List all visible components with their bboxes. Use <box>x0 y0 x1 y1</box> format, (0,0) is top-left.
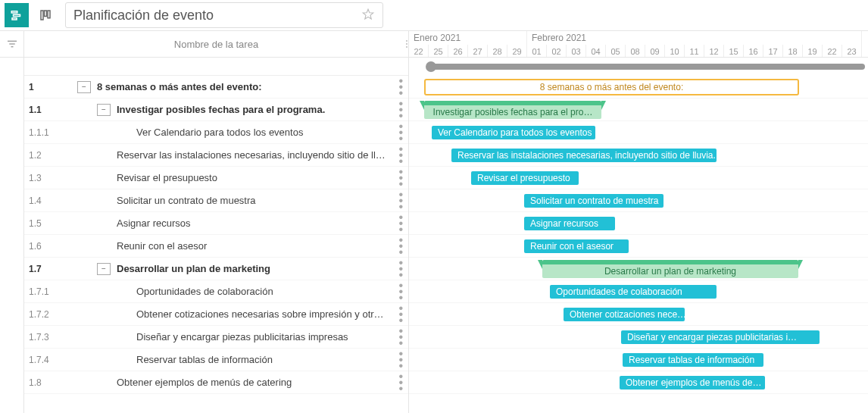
day-header[interactable]: 12 <box>704 45 724 57</box>
favorite-star-icon[interactable] <box>361 8 375 23</box>
task-row[interactable]: 1.7.4Reservar tablas de información••• <box>24 349 408 371</box>
task-bar[interactable]: Ver Calendario para todos los eventos <box>432 126 595 139</box>
task-row[interactable]: 1.2Reservar las instalaciones necesarias… <box>24 144 408 167</box>
day-header[interactable]: 28 <box>488 45 507 57</box>
gantt-row[interactable]: Reservar las instalaciones necesarias, i… <box>409 144 868 167</box>
day-header[interactable]: 03 <box>567 45 586 57</box>
day-header[interactable]: 11 <box>685 45 704 57</box>
day-header[interactable]: 22 <box>409 45 429 57</box>
group-outline-bar[interactable]: 8 semanas o más antes del evento: <box>424 79 799 95</box>
gantt-chart[interactable]: 8 semanas o más antes del evento:Investi… <box>409 58 868 413</box>
filter-button[interactable] <box>0 31 24 57</box>
day-header[interactable]: 02 <box>547 45 567 57</box>
timeline-scrollbar[interactable] <box>409 58 868 76</box>
task-actions-menu[interactable]: ••• <box>398 305 402 324</box>
month-header: Febrero 2021 <box>527 31 862 45</box>
task-wbs: 1.8 <box>24 377 77 388</box>
task-actions-menu[interactable]: ••• <box>398 101 402 119</box>
task-row[interactable]: 1.8Obtener ejemplos de menús de catering… <box>24 371 408 394</box>
summary-bar[interactable]: Desarrollar un plan de marketing <box>542 260 798 278</box>
day-header[interactable]: 22 <box>823 45 842 57</box>
task-bar[interactable]: Reunir con el asesor <box>524 239 629 253</box>
timeline-header[interactable]: Enero 2021Febrero 2021 22252627282901020… <box>409 31 868 57</box>
task-actions-menu[interactable]: ••• <box>398 260 402 278</box>
task-bar[interactable]: Obtener ejemplos de menús de… <box>620 376 765 390</box>
task-name-label: Revisar el presupuesto <box>117 172 408 183</box>
task-wbs: 1.7 <box>24 264 77 274</box>
task-name-column-header[interactable]: Nombre de la tarea <box>24 31 409 57</box>
day-header[interactable]: 05 <box>606 45 626 57</box>
day-header[interactable]: 29 <box>507 45 527 57</box>
gantt-view-button[interactable] <box>5 3 29 27</box>
task-actions-menu[interactable]: ••• <box>398 351 402 369</box>
task-wbs: 1.1 <box>24 105 77 115</box>
task-actions-menu[interactable]: ••• <box>398 192 402 210</box>
day-header[interactable]: 16 <box>744 45 763 57</box>
task-bar[interactable]: Revisar el presupuesto <box>471 171 579 185</box>
task-name-label: Reservar las instalaciones necesarias, i… <box>117 149 408 161</box>
task-row[interactable]: 1−8 semanas o más antes del evento:••• <box>24 76 408 99</box>
task-actions-menu[interactable]: ••• <box>398 237 402 255</box>
gantt-row[interactable]: 8 semanas o más antes del evento: <box>409 76 868 99</box>
task-actions-menu[interactable]: ••• <box>398 214 402 233</box>
gantt-row[interactable]: Ver Calendario para todos los eventos <box>409 121 868 144</box>
day-header[interactable]: 08 <box>626 45 645 57</box>
task-row[interactable]: 1.5Asignar recursos••• <box>24 212 408 235</box>
day-header[interactable]: 01 <box>527 45 547 57</box>
timeline-scroll-thumb[interactable] <box>426 61 436 72</box>
gantt-row[interactable]: Investigar posibles fechas para el pro… <box>409 99 868 121</box>
collapse-toggle[interactable]: − <box>77 81 91 93</box>
day-header[interactable]: 17 <box>763 45 783 57</box>
gantt-row[interactable]: Reunir con el asesor <box>409 235 868 258</box>
gantt-row[interactable]: Solicitar un contrato de muestra <box>409 189 868 212</box>
board-view-button[interactable] <box>33 3 58 27</box>
gantt-row[interactable]: Obtener ejemplos de menús de… <box>409 371 868 394</box>
gantt-row[interactable]: Oportunidades de colaboración <box>409 280 868 303</box>
day-header[interactable]: 26 <box>448 45 468 57</box>
collapse-toggle[interactable]: − <box>97 263 111 275</box>
task-row[interactable]: 1.7.2Obtener cotizaciones necesarias sob… <box>24 303 408 326</box>
task-actions-menu[interactable]: ••• <box>398 78 402 96</box>
task-bar[interactable]: Reservar tablas de información <box>623 353 763 367</box>
gantt-row[interactable]: Asignar recursos <box>409 212 868 235</box>
project-title-box[interactable]: Planificación de evento <box>65 2 383 28</box>
task-name-label: Reservar tablas de información <box>136 354 408 365</box>
task-bar[interactable]: Reservar las instalaciones necesarias, i… <box>451 149 717 162</box>
day-header[interactable]: 18 <box>783 45 803 57</box>
gantt-row[interactable]: Diseñar y encargar piezas publicitarias … <box>409 326 868 349</box>
task-bar[interactable]: Obtener cotizaciones nece… <box>564 308 685 321</box>
gantt-row[interactable]: Reservar tablas de información <box>409 349 868 371</box>
task-bar[interactable]: Oportunidades de colaboración <box>550 285 717 299</box>
task-bar[interactable]: Asignar recursos <box>524 217 615 230</box>
task-actions-menu[interactable]: ••• <box>398 283 402 301</box>
day-header[interactable]: 15 <box>724 45 744 57</box>
timeline-scroll-track[interactable] <box>430 64 865 70</box>
day-header[interactable]: 23 <box>842 45 862 57</box>
day-header[interactable]: 19 <box>803 45 823 57</box>
task-actions-menu[interactable]: ••• <box>398 328 402 346</box>
day-header[interactable]: 09 <box>645 45 665 57</box>
task-row[interactable]: 1.3Revisar el presupuesto••• <box>24 167 408 189</box>
task-actions-menu[interactable]: ••• <box>398 124 402 142</box>
task-row[interactable]: 1.4Solicitar un contrato de muestra••• <box>24 189 408 212</box>
task-row[interactable]: 1.7.1Oportunidades de colaboración••• <box>24 280 408 303</box>
day-header[interactable]: 04 <box>586 45 606 57</box>
task-row[interactable]: 1.1−Investigar posibles fechas para el p… <box>24 99 408 121</box>
day-header[interactable]: 10 <box>665 45 685 57</box>
gantt-row[interactable]: Desarrollar un plan de marketing <box>409 258 868 280</box>
day-header[interactable]: 27 <box>468 45 488 57</box>
gantt-row[interactable]: Revisar el presupuesto <box>409 167 868 189</box>
task-actions-menu[interactable]: ••• <box>398 169 402 187</box>
task-actions-menu[interactable]: ••• <box>398 374 402 392</box>
task-row[interactable]: 1.1.1Ver Calendario para todos los event… <box>24 121 408 144</box>
task-actions-menu[interactable]: ••• <box>398 146 402 164</box>
task-row[interactable]: 1.7.3Diseñar y encargar piezas publicita… <box>24 326 408 349</box>
task-bar[interactable]: Diseñar y encargar piezas publicitarias … <box>621 330 820 344</box>
gantt-row[interactable]: Obtener cotizaciones nece… <box>409 303 868 326</box>
task-row[interactable]: 1.7−Desarrollar un plan de marketing••• <box>24 258 408 280</box>
task-row[interactable]: 1.6Reunir con el asesor••• <box>24 235 408 258</box>
summary-bar[interactable]: Investigar posibles fechas para el pro… <box>424 101 601 119</box>
task-bar[interactable]: Solicitar un contrato de muestra <box>524 194 663 208</box>
day-header[interactable]: 25 <box>429 45 448 57</box>
collapse-toggle[interactable]: − <box>97 104 111 116</box>
